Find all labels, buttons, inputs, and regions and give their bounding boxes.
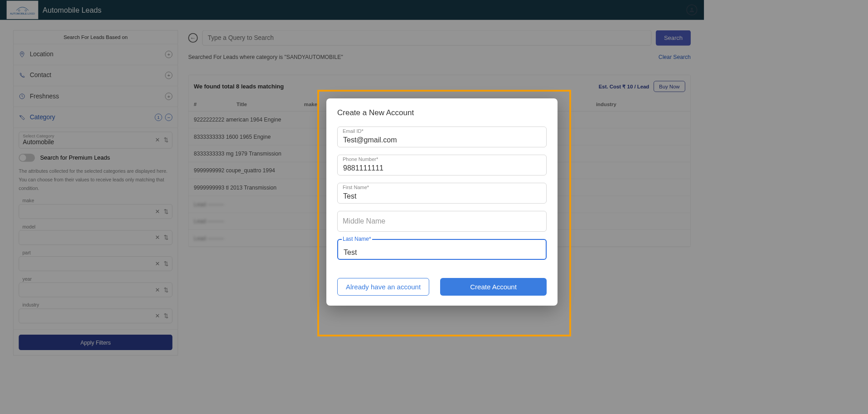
phone-label: Phone Number* <box>342 156 379 162</box>
email-label: Email ID* <box>342 128 364 134</box>
first-name-field-wrap: First Name* <box>337 183 547 204</box>
last-name-label: Last Name* <box>342 236 372 242</box>
email-field-wrap: Email ID* <box>337 127 547 147</box>
last-name-field-wrap: Last Name* <box>337 239 547 260</box>
middle-name-label: Middle Name <box>342 217 386 225</box>
middle-name-field-wrap: Middle Name <box>337 211 547 232</box>
already-have-account-button[interactable]: Already have an account <box>337 278 429 296</box>
modal-title: Create a New Account <box>337 108 547 117</box>
create-account-modal: Create a New Account Email ID* Phone Num… <box>326 98 558 306</box>
create-account-button[interactable]: Create Account <box>440 278 547 296</box>
first-name-label: First Name* <box>342 185 370 190</box>
phone-field-wrap: Phone Number* <box>337 155 547 175</box>
email-field[interactable] <box>337 127 547 147</box>
